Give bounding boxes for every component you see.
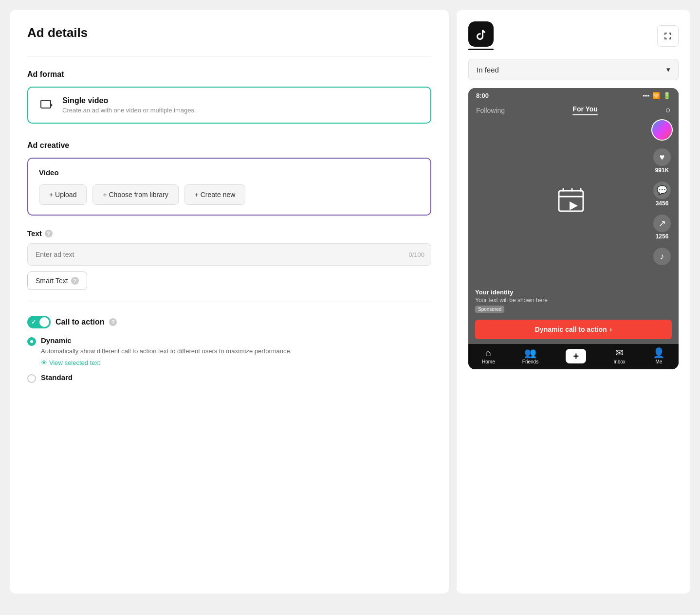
cta-button-label: Dynamic call to action [535, 326, 607, 333]
radio-inner [30, 340, 33, 343]
cta-toggle[interactable]: ✓ [27, 316, 51, 328]
eye-icon: 👁 [41, 359, 47, 366]
battery-icon: 🔋 [663, 92, 671, 99]
format-desc: Create an ad with one video or multiple … [62, 107, 196, 114]
ad-creative-section: Ad creative Video + Upload + Choose from… [27, 141, 431, 216]
dynamic-radio[interactable] [27, 337, 36, 346]
signal-icon: ▪▪▪ [643, 92, 649, 99]
following-tab[interactable]: Following [476, 107, 505, 114]
format-info: Single video Create an ad with one video… [62, 96, 196, 114]
sound-action[interactable]: ♪ [653, 248, 671, 265]
single-video-card[interactable]: Single video Create an ad with one video… [27, 87, 431, 124]
left-panel: Ad details Ad format Single video Create… [10, 10, 449, 594]
cta-help-icon[interactable]: ? [109, 318, 117, 326]
comments-count: 3456 [656, 200, 669, 207]
standard-radio[interactable] [27, 374, 36, 383]
me-icon: 👤 [653, 348, 665, 358]
cta-header: ✓ Call to action ? [27, 316, 431, 328]
ad-creative-box: Video + Upload + Choose from library + C… [27, 158, 431, 216]
upload-button[interactable]: + Upload [39, 184, 87, 205]
text-label: Text [27, 229, 42, 237]
video-area: ♥ 991K 💬 3456 ↗ 1256 ♪ [468, 119, 679, 285]
likes-count: 991K [655, 167, 669, 174]
feed-dropdown[interactable]: In feed ▾ [468, 59, 679, 80]
status-time: 8:00 [476, 92, 489, 99]
plus-nav-item[interactable]: + [566, 349, 586, 363]
cta-arrow-icon: › [610, 326, 612, 333]
standard-option: Standard [27, 373, 431, 383]
cta-button[interactable]: Dynamic call to action › [475, 320, 672, 339]
toggle-check-icon: ✓ [31, 319, 36, 326]
choose-library-button[interactable]: + Choose from library [92, 184, 178, 205]
video-buttons-row: + Upload + Choose from library + Create … [39, 184, 420, 205]
text-section-label: Text ? [27, 229, 431, 237]
comment-icon: 💬 [653, 181, 671, 199]
dynamic-content: Dynamic Automatically show different cal… [41, 336, 292, 366]
view-text-label: View selected text [49, 359, 100, 366]
for-you-underline [572, 114, 598, 115]
home-nav-item[interactable]: ⌂ Home [482, 348, 495, 364]
wifi-icon: 🛜 [652, 92, 660, 99]
standard-title: Standard [41, 373, 73, 381]
svg-marker-10 [570, 201, 578, 210]
smart-text-button[interactable]: Smart Text ? [27, 271, 87, 290]
create-new-button[interactable]: + Create new [184, 184, 246, 205]
me-nav-item[interactable]: 👤 Me [653, 348, 665, 364]
music-icon: ♪ [653, 248, 671, 265]
comment-action[interactable]: 💬 3456 [653, 181, 671, 207]
me-label: Me [655, 359, 662, 364]
ad-format-section: Ad format Single video Create an ad with… [27, 70, 431, 124]
dynamic-option: Dynamic Automatically show different cal… [27, 336, 431, 366]
phone-bottom-nav: ⌂ Home 👥 Friends + ✉ Inbox 👤 Me [468, 344, 679, 369]
standard-content: Standard [41, 373, 73, 381]
tiktok-underline [468, 49, 494, 50]
side-actions: ♥ 991K 💬 3456 ↗ 1256 ♪ [651, 119, 673, 265]
dynamic-desc: Automatically show different call to act… [41, 346, 292, 356]
phone-mockup: 8:00 ▪▪▪ 🛜 🔋 Following For You ○ [468, 88, 679, 369]
svg-rect-2 [664, 33, 665, 35]
status-bar: 8:00 ▪▪▪ 🛜 🔋 [468, 88, 679, 102]
like-action[interactable]: ♥ 991K [653, 148, 671, 174]
inbox-nav-item[interactable]: ✉ Inbox [613, 348, 625, 364]
svg-rect-0 [41, 100, 51, 108]
inbox-label: Inbox [613, 359, 625, 364]
feed-label: In feed [477, 66, 499, 74]
friends-label: Friends [522, 359, 538, 364]
ad-creative-label: Ad creative [27, 141, 431, 150]
ad-format-label: Ad format [27, 70, 431, 79]
page-title: Ad details [27, 25, 431, 40]
video-label: Video [39, 168, 420, 177]
svg-rect-6 [664, 37, 665, 39]
your-text: Your text will be shown here [475, 297, 672, 304]
shares-count: 1256 [656, 233, 669, 240]
divider-1 [27, 56, 431, 56]
svg-rect-4 [670, 33, 671, 35]
expand-button[interactable] [657, 25, 679, 47]
text-section: Text ? 0/100 Smart Text ? [27, 229, 431, 290]
share-action[interactable]: ↗ 1256 [653, 215, 671, 240]
plus-icon: + [566, 349, 586, 363]
format-name: Single video [62, 96, 196, 105]
video-placeholder-icon [556, 185, 590, 219]
share-icon: ↗ [653, 215, 671, 232]
search-icon[interactable]: ○ [665, 105, 671, 115]
friends-nav-item[interactable]: 👥 Friends [522, 348, 538, 364]
smart-text-help-icon[interactable]: ? [71, 277, 79, 285]
single-video-icon [38, 96, 55, 114]
phone-nav-bar: Following For You ○ [468, 102, 679, 119]
identity-text: Your identity [475, 289, 672, 296]
status-icons: ▪▪▪ 🛜 🔋 [643, 92, 671, 99]
text-counter: 0/100 [408, 251, 424, 258]
inbox-icon: ✉ [615, 348, 624, 358]
avatar [651, 119, 673, 141]
text-input-wrap: 0/100 [27, 243, 431, 266]
dynamic-title: Dynamic [41, 336, 292, 344]
preview-header [468, 21, 679, 50]
home-label: Home [482, 359, 495, 364]
friends-icon: 👥 [524, 348, 536, 358]
ad-text-input[interactable] [27, 243, 431, 266]
for-you-label: For You [572, 105, 598, 113]
for-you-tab[interactable]: For You [572, 105, 598, 115]
view-selected-text-link[interactable]: 👁 View selected text [41, 359, 292, 366]
text-help-icon[interactable]: ? [45, 230, 53, 237]
